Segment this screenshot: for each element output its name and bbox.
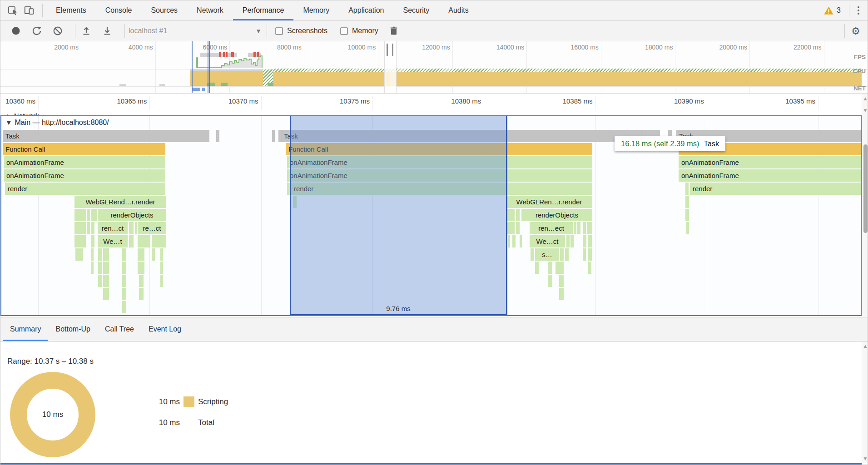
flame-bar[interactable] <box>565 248 569 261</box>
capture-settings-icon[interactable]: ⚙ <box>848 25 863 37</box>
range-selection-overlay[interactable]: 9.76 ms <box>290 116 507 315</box>
flame-bar-onanimationframe[interactable]: onAnimationFrame <box>679 156 861 168</box>
flame-bar[interactable] <box>278 130 281 142</box>
reload-and-record-icon[interactable] <box>30 24 44 38</box>
flame-bar[interactable] <box>685 183 689 195</box>
scroll-up-icon[interactable]: ▲ <box>862 344 868 348</box>
capture-select[interactable]: localhost #1 ▼ <box>129 27 260 35</box>
flame-bar-renderobjects[interactable]: renderObjects <box>98 209 166 221</box>
flame-bar[interactable] <box>588 248 592 261</box>
flame-bar[interactable] <box>138 262 144 274</box>
flame-bar[interactable] <box>74 222 86 234</box>
flame-bar-s-[interactable]: s… <box>535 248 559 261</box>
flame-bar-ren-ct[interactable]: ren…ct <box>98 222 128 234</box>
details-tab-event-log[interactable]: Event Log <box>141 317 188 341</box>
flame-bar-render[interactable]: render <box>690 183 861 195</box>
flame-bar[interactable] <box>135 222 137 234</box>
flame-bar-re-ct[interactable]: re…ct <box>138 222 166 234</box>
flame-bar[interactable] <box>588 262 591 274</box>
tab-security[interactable]: Security <box>393 0 439 20</box>
scroll-down-icon[interactable]: ▼ <box>862 456 868 461</box>
screenshots-checkbox[interactable]: Screenshots <box>275 27 327 35</box>
flame-bar[interactable] <box>91 235 94 247</box>
flame-bar[interactable] <box>103 262 109 274</box>
flame-bar[interactable] <box>516 222 520 234</box>
main-menu-icon[interactable] <box>853 4 864 17</box>
tab-application[interactable]: Application <box>339 0 393 20</box>
flame-bar[interactable] <box>152 235 166 247</box>
flame-bar[interactable] <box>570 235 574 247</box>
flame-bar[interactable] <box>516 209 520 221</box>
flame-bar-ren-ect[interactable]: ren…ect <box>530 222 573 234</box>
flame-bar[interactable] <box>98 275 102 287</box>
flame-bar[interactable] <box>98 248 102 261</box>
summary-scrollbar[interactable]: ▲ ▼ <box>862 341 868 463</box>
device-toolbar-icon[interactable] <box>22 4 36 17</box>
flame-bar-webglrend-r-render[interactable]: WebGLRend…r.render <box>74 196 166 208</box>
tab-performance[interactable]: Performance <box>233 0 294 20</box>
flame-bar[interactable] <box>574 222 576 234</box>
flame-scrollbar[interactable]: ▲ ▼ <box>862 94 868 316</box>
flame-bar-onanimationframe[interactable]: onAnimationFrame <box>679 169 861 182</box>
flame-bar[interactable] <box>98 262 102 274</box>
flame-bar[interactable] <box>685 196 689 208</box>
tab-elements[interactable]: Elements <box>46 0 96 20</box>
timeline-overview[interactable]: 2000 ms4000 ms6000 ms8000 ms10000 ms1200… <box>0 41 868 94</box>
flame-bar[interactable] <box>508 235 510 247</box>
flame-bar[interactable] <box>91 222 94 234</box>
flame-bar-renderobjects[interactable]: renderObjects <box>521 209 592 221</box>
main-section-header[interactable]: ▼ Main — http://localhost:8080/ <box>0 116 109 129</box>
flame-bar[interactable] <box>75 248 83 261</box>
flame-bar-onanimationframe[interactable]: onAnimationFrame <box>4 169 165 182</box>
flame-bar-onanimationframe[interactable]: onAnimationFrame <box>4 156 165 168</box>
flame-bar[interactable] <box>216 130 219 142</box>
flame-bar[interactable] <box>588 235 592 247</box>
tab-console[interactable]: Console <box>96 0 142 20</box>
flame-bar[interactable] <box>559 275 564 287</box>
window-left-grip[interactable] <box>386 43 388 57</box>
flame-bar[interactable] <box>91 248 94 261</box>
load-profile-icon[interactable] <box>79 24 94 38</box>
flame-bar[interactable] <box>548 275 552 287</box>
flame-bar[interactable] <box>122 248 126 261</box>
flame-bar[interactable] <box>559 288 564 300</box>
warning-count[interactable]: 3 <box>837 6 841 15</box>
main-flame-chart[interactable]: ▼ Main — http://localhost:8080/ TaskFunc… <box>0 115 862 316</box>
flame-bar[interactable] <box>129 222 134 234</box>
scroll-down-icon[interactable]: ▼ <box>862 108 868 113</box>
flame-bar[interactable] <box>583 235 586 247</box>
clear-recording-icon[interactable] <box>50 24 65 38</box>
save-profile-icon[interactable] <box>100 24 114 38</box>
inspect-element-icon[interactable] <box>6 4 20 17</box>
flame-bar[interactable] <box>103 288 109 300</box>
flame-bar[interactable] <box>139 275 144 287</box>
flame-bar[interactable] <box>531 248 534 261</box>
flame-bar-we-ct[interactable]: We…ct <box>530 235 565 247</box>
flame-bar[interactable] <box>577 222 580 234</box>
tab-sources[interactable]: Sources <box>141 0 187 20</box>
flame-bar[interactable] <box>122 262 126 274</box>
tab-audits[interactable]: Audits <box>439 0 478 20</box>
details-tab-call-tree[interactable]: Call Tree <box>98 317 141 341</box>
flame-bar-task[interactable]: Task <box>3 130 209 142</box>
overview-window[interactable] <box>384 41 397 93</box>
flame-bar[interactable] <box>138 235 150 247</box>
flame-bar[interactable] <box>87 209 90 221</box>
flame-bar[interactable] <box>686 222 689 234</box>
flame-bar[interactable] <box>129 235 134 247</box>
record-button[interactable] <box>9 24 23 38</box>
flame-bar[interactable] <box>535 262 539 274</box>
flame-bar[interactable] <box>91 209 97 221</box>
warning-icon[interactable] <box>823 5 834 16</box>
flame-bar[interactable] <box>548 262 552 274</box>
flame-bar[interactable] <box>272 130 275 142</box>
flame-bar[interactable] <box>122 301 126 313</box>
flame-bar[interactable] <box>138 248 144 261</box>
flame-bar[interactable] <box>160 248 163 261</box>
window-right-grip[interactable] <box>392 43 394 57</box>
details-tab-summary[interactable]: Summary <box>3 317 48 341</box>
flame-bar-function-call[interactable]: Function Call <box>3 143 165 155</box>
flame-bar[interactable] <box>122 288 126 300</box>
flame-bar[interactable] <box>103 248 109 261</box>
flame-bar[interactable] <box>583 222 586 234</box>
